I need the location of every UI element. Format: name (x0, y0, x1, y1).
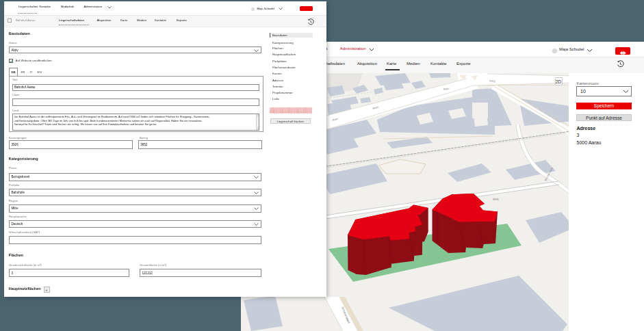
svg-text:Weg: Weg (489, 79, 495, 83)
